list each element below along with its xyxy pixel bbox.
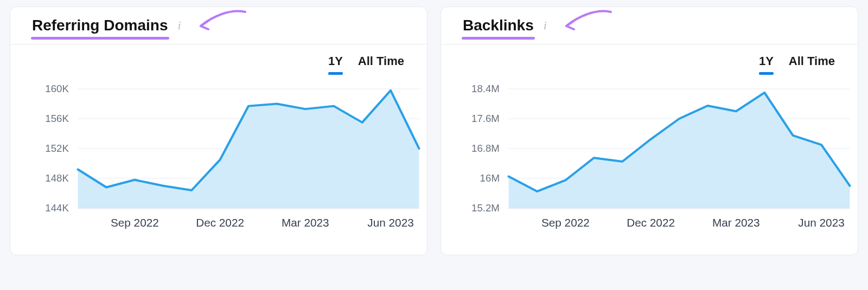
chart-area: 160K156K152K148K144KSep 2022Dec 2022Mar … <box>10 83 427 235</box>
x-tick-label: Sep 2022 <box>541 217 590 229</box>
x-tick-label: Dec 2022 <box>196 217 244 229</box>
x-tick-label: Mar 2023 <box>282 217 329 229</box>
metric-card: Referring Domainsi1YAll Time160K156K152K… <box>10 7 427 255</box>
range-tabs: 1YAll Time <box>441 44 858 73</box>
y-tick-label: 17.6M <box>471 113 500 124</box>
y-tick-label: 18.4M <box>471 83 500 94</box>
y-tick-label: 152K <box>45 143 69 154</box>
y-tick-label: 160K <box>45 83 69 94</box>
range-tab-all-time[interactable]: All Time <box>788 54 836 73</box>
card-title: Referring Domains <box>32 17 168 36</box>
card-title: Backlinks <box>463 17 534 36</box>
x-tick-label: Jun 2023 <box>798 217 844 229</box>
range-tab-all-time[interactable]: All Time <box>357 54 405 73</box>
y-tick-label: 16.8M <box>471 143 500 154</box>
x-tick-label: Dec 2022 <box>627 217 675 229</box>
y-tick-label: 144K <box>45 202 69 214</box>
series-fill <box>509 93 850 208</box>
metric-card: Backlinksi1YAll Time18.4M17.6M16.8M16M15… <box>441 7 858 255</box>
info-icon[interactable]: i <box>544 20 547 31</box>
range-tabs: 1YAll Time <box>10 44 427 73</box>
annotation-arrow-icon <box>191 9 251 34</box>
card-header: Referring Domainsi <box>10 7 427 44</box>
info-icon[interactable]: i <box>178 20 181 31</box>
y-tick-label: 156K <box>45 113 69 124</box>
chart-area: 18.4M17.6M16.8M16M15.2MSep 2022Dec 2022M… <box>441 83 858 235</box>
range-tab-1y[interactable]: 1Y <box>758 54 775 73</box>
annotation-arrow-icon <box>557 9 616 34</box>
y-tick-label: 15.2M <box>471 202 500 214</box>
y-tick-label: 16M <box>480 172 500 184</box>
card-header: Backlinksi <box>441 7 858 44</box>
x-tick-label: Sep 2022 <box>111 217 159 229</box>
x-tick-label: Mar 2023 <box>712 217 760 229</box>
range-tab-1y[interactable]: 1Y <box>327 54 344 73</box>
y-tick-label: 148K <box>45 172 69 184</box>
x-tick-label: Jun 2023 <box>367 217 413 229</box>
